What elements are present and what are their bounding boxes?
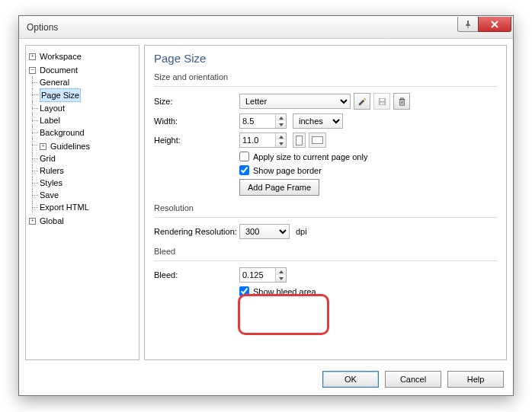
height-label: Height: [154, 136, 239, 145]
window-title: Options [27, 22, 58, 33]
spin-up-icon[interactable] [276, 268, 286, 275]
window-buttons [458, 17, 511, 32]
units-select[interactable]: inches [293, 113, 343, 129]
show-bleed-input[interactable] [239, 286, 249, 296]
bleed-input[interactable] [239, 267, 287, 283]
expand-icon[interactable]: + [40, 143, 46, 150]
bleed-label: Bleed: [154, 270, 239, 279]
tree-layout[interactable]: Layout [40, 102, 65, 114]
tree-page-size[interactable]: Page Size [40, 88, 81, 102]
delete-preset-button[interactable] [393, 93, 410, 110]
expand-icon[interactable]: + [29, 53, 36, 60]
render-res-label: Rendering Resolution: [154, 227, 239, 236]
tree-grid[interactable]: Grid [40, 152, 56, 164]
width-input[interactable] [239, 113, 287, 129]
dialog-body: +Workspace −Document General Page Size L… [19, 39, 513, 366]
show-bleed-label: Show bleed area [253, 287, 316, 296]
bleed-field[interactable] [240, 268, 275, 282]
expand-icon[interactable]: + [29, 218, 36, 225]
dpi-label: dpi [296, 227, 307, 236]
size-select[interactable]: Letter [239, 94, 351, 109]
tree-general[interactable]: General [40, 76, 69, 88]
size-label: Size: [154, 97, 239, 106]
tree-guidelines[interactable]: +Guidelines [40, 140, 90, 152]
help-button[interactable]: Help [447, 371, 504, 388]
tree-save[interactable]: Save [40, 189, 59, 201]
page-title: Page Size [154, 52, 497, 65]
content-panel: Page Size Size and orientation Size: Let… [144, 45, 507, 360]
cancel-button[interactable]: Cancel [385, 371, 441, 388]
svg-rect-1 [380, 98, 384, 101]
tree-background[interactable]: Background [40, 126, 85, 139]
tree-label[interactable]: Label [40, 114, 60, 126]
tree-workspace[interactable]: +Workspace [29, 50, 82, 62]
ok-button[interactable]: OK [322, 371, 379, 388]
svg-rect-2 [380, 102, 384, 104]
pin-button[interactable] [457, 17, 479, 32]
orientation-portrait[interactable] [293, 133, 306, 148]
tree-document[interactable]: −Document [29, 64, 78, 76]
spin-down-icon[interactable] [276, 121, 286, 128]
edit-preset-button[interactable] [354, 93, 370, 110]
tree-global[interactable]: +Global [29, 215, 64, 227]
add-page-frame-button[interactable]: Add Page Frame [239, 179, 319, 196]
show-bleed-checkbox[interactable]: Show bleed area [239, 286, 316, 296]
apply-current-label: Apply size to current page only [253, 152, 367, 161]
apply-current-input[interactable] [239, 152, 249, 161]
titlebar[interactable]: Options [19, 16, 513, 39]
height-field[interactable] [240, 133, 275, 147]
orientation-landscape[interactable] [309, 133, 326, 148]
width-label: Width: [154, 117, 239, 126]
collapse-icon[interactable]: − [29, 67, 36, 74]
category-tree[interactable]: +Workspace −Document General Page Size L… [25, 45, 139, 360]
height-input[interactable] [239, 133, 287, 148]
save-preset-button[interactable] [373, 93, 390, 110]
spin-up-icon[interactable] [276, 133, 286, 140]
options-dialog: Options +Workspace −Document General Pag… [18, 15, 514, 396]
show-border-checkbox[interactable]: Show page border [239, 165, 322, 175]
divider [154, 260, 497, 261]
group-resolution: Resolution [154, 203, 497, 212]
spin-down-icon[interactable] [276, 275, 286, 282]
group-bleed: Bleed [154, 247, 497, 256]
spin-down-icon[interactable] [276, 140, 286, 147]
show-border-label: Show page border [253, 166, 322, 175]
spin-up-icon[interactable] [276, 114, 286, 121]
apply-current-checkbox[interactable]: Apply size to current page only [239, 152, 367, 161]
divider [154, 86, 497, 87]
dialog-footer: OK Cancel Help [19, 366, 513, 392]
svg-rect-3 [399, 99, 404, 104]
render-res-select[interactable]: 300 [239, 224, 290, 239]
group-size-orientation: Size and orientation [154, 72, 497, 81]
tree-styles[interactable]: Styles [40, 177, 62, 189]
divider [154, 217, 497, 218]
tree-rulers[interactable]: Rulers [40, 164, 64, 177]
width-field[interactable] [240, 114, 275, 128]
show-border-input[interactable] [239, 165, 249, 175]
close-button[interactable] [478, 17, 511, 32]
tree-export-html[interactable]: Export HTML [40, 201, 89, 213]
highlight-annotation [238, 294, 329, 335]
